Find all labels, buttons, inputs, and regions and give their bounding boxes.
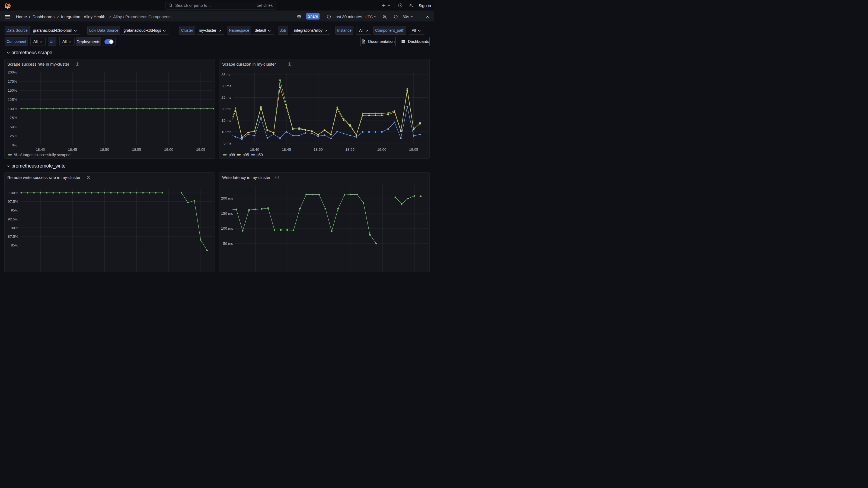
svg-text:100%: 100% [8, 107, 17, 111]
svg-text:25%: 25% [10, 134, 17, 138]
svg-text:90%: 90% [11, 226, 18, 230]
svg-text:35 ms: 35 ms [221, 73, 231, 77]
svg-text:125%: 125% [8, 98, 17, 102]
svg-text:19:05: 19:05 [196, 148, 205, 152]
svg-text:150%: 150% [8, 88, 17, 93]
svg-text:19:00: 19:00 [377, 148, 386, 152]
svg-text:18:40: 18:40 [36, 148, 45, 152]
svg-text:19:00: 19:00 [164, 148, 173, 152]
svg-text:200%: 200% [8, 70, 17, 74]
svg-text:87.5%: 87.5% [8, 234, 18, 238]
svg-text:18:40: 18:40 [250, 148, 259, 152]
svg-text:18:50: 18:50 [314, 148, 323, 152]
svg-text:97.5%: 97.5% [8, 199, 18, 204]
svg-text:18:50: 18:50 [100, 148, 109, 152]
svg-text:18:45: 18:45 [68, 148, 77, 152]
svg-text:5 ms: 5 ms [223, 141, 231, 145]
svg-text:0%: 0% [12, 143, 17, 147]
svg-text:19:05: 19:05 [409, 148, 418, 152]
svg-text:20 ms: 20 ms [221, 107, 231, 111]
svg-text:18:55: 18:55 [132, 148, 141, 152]
svg-text:175%: 175% [8, 79, 17, 84]
svg-text:18:45: 18:45 [282, 148, 291, 152]
svg-text:15 ms: 15 ms [221, 119, 231, 123]
svg-text:75%: 75% [10, 116, 17, 120]
svg-text:100 ms: 100 ms [221, 226, 233, 230]
svg-text:200 ms: 200 ms [221, 196, 233, 200]
svg-text:25 ms: 25 ms [221, 95, 231, 99]
svg-text:10 ms: 10 ms [221, 130, 231, 134]
svg-text:?: ? [400, 4, 401, 7]
svg-text:50 ms: 50 ms [223, 241, 233, 244]
svg-text:100%: 100% [9, 191, 18, 195]
svg-text:85%: 85% [11, 243, 18, 244]
svg-text:50%: 50% [10, 125, 17, 129]
svg-text:95%: 95% [11, 208, 18, 212]
svg-text:% of targets successfully scra: % of targets successfully scraped [14, 153, 70, 157]
svg-text:150 ms: 150 ms [221, 212, 233, 216]
svg-text:92.5%: 92.5% [8, 217, 18, 221]
svg-text:p95: p95 [243, 153, 249, 157]
svg-text:18:55: 18:55 [345, 148, 354, 152]
svg-text:p99: p99 [229, 153, 235, 157]
svg-text:p50: p50 [257, 153, 263, 157]
svg-text:30 ms: 30 ms [221, 84, 231, 88]
